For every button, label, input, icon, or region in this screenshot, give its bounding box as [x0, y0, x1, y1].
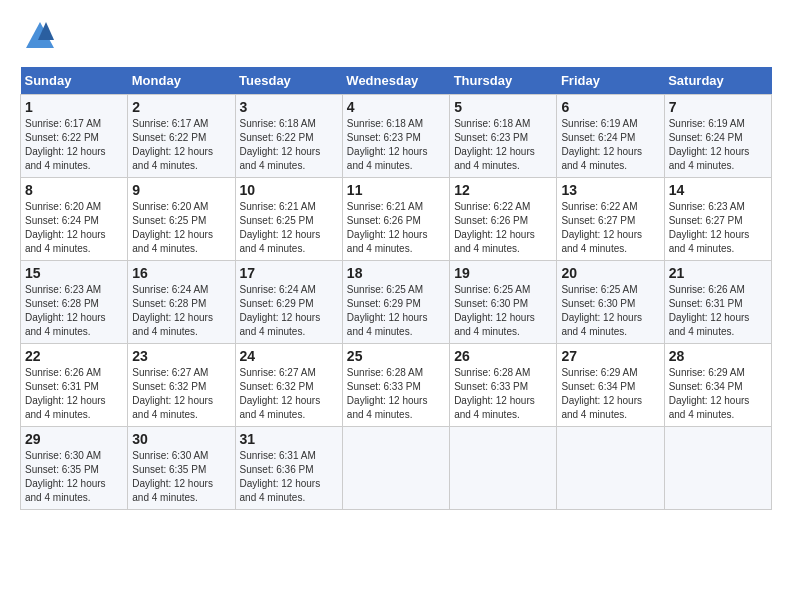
calendar-cell	[450, 427, 557, 510]
day-number: 24	[240, 348, 338, 364]
day-info: Sunrise: 6:17 AM Sunset: 6:22 PM Dayligh…	[25, 117, 123, 173]
day-number: 12	[454, 182, 552, 198]
day-info: Sunrise: 6:24 AM Sunset: 6:29 PM Dayligh…	[240, 283, 338, 339]
day-number: 22	[25, 348, 123, 364]
calendar-cell: 16 Sunrise: 6:24 AM Sunset: 6:28 PM Dayl…	[128, 261, 235, 344]
day-header-monday: Monday	[128, 67, 235, 95]
day-info: Sunrise: 6:24 AM Sunset: 6:28 PM Dayligh…	[132, 283, 230, 339]
day-info: Sunrise: 6:23 AM Sunset: 6:27 PM Dayligh…	[669, 200, 767, 256]
day-info: Sunrise: 6:18 AM Sunset: 6:22 PM Dayligh…	[240, 117, 338, 173]
day-info: Sunrise: 6:28 AM Sunset: 6:33 PM Dayligh…	[347, 366, 445, 422]
calendar-cell: 27 Sunrise: 6:29 AM Sunset: 6:34 PM Dayl…	[557, 344, 664, 427]
week-row-1: 1 Sunrise: 6:17 AM Sunset: 6:22 PM Dayli…	[21, 95, 772, 178]
day-info: Sunrise: 6:27 AM Sunset: 6:32 PM Dayligh…	[132, 366, 230, 422]
day-info: Sunrise: 6:19 AM Sunset: 6:24 PM Dayligh…	[669, 117, 767, 173]
day-info: Sunrise: 6:22 AM Sunset: 6:27 PM Dayligh…	[561, 200, 659, 256]
calendar-cell: 22 Sunrise: 6:26 AM Sunset: 6:31 PM Dayl…	[21, 344, 128, 427]
day-number: 20	[561, 265, 659, 281]
calendar-cell: 29 Sunrise: 6:30 AM Sunset: 6:35 PM Dayl…	[21, 427, 128, 510]
day-number: 2	[132, 99, 230, 115]
calendar-cell: 1 Sunrise: 6:17 AM Sunset: 6:22 PM Dayli…	[21, 95, 128, 178]
day-number: 30	[132, 431, 230, 447]
day-info: Sunrise: 6:29 AM Sunset: 6:34 PM Dayligh…	[561, 366, 659, 422]
day-number: 13	[561, 182, 659, 198]
calendar-cell: 31 Sunrise: 6:31 AM Sunset: 6:36 PM Dayl…	[235, 427, 342, 510]
calendar-cell	[557, 427, 664, 510]
calendar-cell: 2 Sunrise: 6:17 AM Sunset: 6:22 PM Dayli…	[128, 95, 235, 178]
day-header-saturday: Saturday	[664, 67, 771, 95]
day-info: Sunrise: 6:21 AM Sunset: 6:25 PM Dayligh…	[240, 200, 338, 256]
calendar-cell: 13 Sunrise: 6:22 AM Sunset: 6:27 PM Dayl…	[557, 178, 664, 261]
day-info: Sunrise: 6:21 AM Sunset: 6:26 PM Dayligh…	[347, 200, 445, 256]
calendar-cell: 3 Sunrise: 6:18 AM Sunset: 6:22 PM Dayli…	[235, 95, 342, 178]
calendar-cell: 18 Sunrise: 6:25 AM Sunset: 6:29 PM Dayl…	[342, 261, 449, 344]
day-number: 10	[240, 182, 338, 198]
day-header-tuesday: Tuesday	[235, 67, 342, 95]
day-number: 6	[561, 99, 659, 115]
day-info: Sunrise: 6:19 AM Sunset: 6:24 PM Dayligh…	[561, 117, 659, 173]
logo	[20, 20, 56, 57]
header	[20, 20, 772, 57]
day-info: Sunrise: 6:18 AM Sunset: 6:23 PM Dayligh…	[347, 117, 445, 173]
day-number: 16	[132, 265, 230, 281]
calendar-cell: 8 Sunrise: 6:20 AM Sunset: 6:24 PM Dayli…	[21, 178, 128, 261]
day-header-sunday: Sunday	[21, 67, 128, 95]
day-info: Sunrise: 6:26 AM Sunset: 6:31 PM Dayligh…	[669, 283, 767, 339]
day-info: Sunrise: 6:29 AM Sunset: 6:34 PM Dayligh…	[669, 366, 767, 422]
day-number: 7	[669, 99, 767, 115]
day-info: Sunrise: 6:28 AM Sunset: 6:33 PM Dayligh…	[454, 366, 552, 422]
calendar-cell: 7 Sunrise: 6:19 AM Sunset: 6:24 PM Dayli…	[664, 95, 771, 178]
calendar-cell: 14 Sunrise: 6:23 AM Sunset: 6:27 PM Dayl…	[664, 178, 771, 261]
day-info: Sunrise: 6:23 AM Sunset: 6:28 PM Dayligh…	[25, 283, 123, 339]
day-number: 25	[347, 348, 445, 364]
calendar-cell: 24 Sunrise: 6:27 AM Sunset: 6:32 PM Dayl…	[235, 344, 342, 427]
day-info: Sunrise: 6:20 AM Sunset: 6:25 PM Dayligh…	[132, 200, 230, 256]
week-row-2: 8 Sunrise: 6:20 AM Sunset: 6:24 PM Dayli…	[21, 178, 772, 261]
day-info: Sunrise: 6:31 AM Sunset: 6:36 PM Dayligh…	[240, 449, 338, 505]
day-number: 3	[240, 99, 338, 115]
calendar-table: SundayMondayTuesdayWednesdayThursdayFrid…	[20, 67, 772, 510]
day-number: 28	[669, 348, 767, 364]
day-number: 11	[347, 182, 445, 198]
week-row-3: 15 Sunrise: 6:23 AM Sunset: 6:28 PM Dayl…	[21, 261, 772, 344]
day-header-thursday: Thursday	[450, 67, 557, 95]
day-number: 14	[669, 182, 767, 198]
day-header-wednesday: Wednesday	[342, 67, 449, 95]
calendar-cell: 15 Sunrise: 6:23 AM Sunset: 6:28 PM Dayl…	[21, 261, 128, 344]
calendar-cell: 25 Sunrise: 6:28 AM Sunset: 6:33 PM Dayl…	[342, 344, 449, 427]
day-info: Sunrise: 6:30 AM Sunset: 6:35 PM Dayligh…	[132, 449, 230, 505]
day-number: 29	[25, 431, 123, 447]
calendar-cell	[342, 427, 449, 510]
day-number: 23	[132, 348, 230, 364]
calendar-cell: 30 Sunrise: 6:30 AM Sunset: 6:35 PM Dayl…	[128, 427, 235, 510]
day-number: 4	[347, 99, 445, 115]
day-number: 9	[132, 182, 230, 198]
calendar-cell: 6 Sunrise: 6:19 AM Sunset: 6:24 PM Dayli…	[557, 95, 664, 178]
day-number: 31	[240, 431, 338, 447]
calendar-cell: 12 Sunrise: 6:22 AM Sunset: 6:26 PM Dayl…	[450, 178, 557, 261]
week-row-4: 22 Sunrise: 6:26 AM Sunset: 6:31 PM Dayl…	[21, 344, 772, 427]
logo-icon	[24, 20, 56, 52]
calendar-cell: 17 Sunrise: 6:24 AM Sunset: 6:29 PM Dayl…	[235, 261, 342, 344]
calendar-cell: 19 Sunrise: 6:25 AM Sunset: 6:30 PM Dayl…	[450, 261, 557, 344]
calendar-cell: 5 Sunrise: 6:18 AM Sunset: 6:23 PM Dayli…	[450, 95, 557, 178]
day-number: 1	[25, 99, 123, 115]
day-header-friday: Friday	[557, 67, 664, 95]
day-number: 8	[25, 182, 123, 198]
day-info: Sunrise: 6:30 AM Sunset: 6:35 PM Dayligh…	[25, 449, 123, 505]
day-info: Sunrise: 6:25 AM Sunset: 6:29 PM Dayligh…	[347, 283, 445, 339]
day-info: Sunrise: 6:27 AM Sunset: 6:32 PM Dayligh…	[240, 366, 338, 422]
day-number: 21	[669, 265, 767, 281]
calendar-cell: 9 Sunrise: 6:20 AM Sunset: 6:25 PM Dayli…	[128, 178, 235, 261]
day-info: Sunrise: 6:20 AM Sunset: 6:24 PM Dayligh…	[25, 200, 123, 256]
day-info: Sunrise: 6:22 AM Sunset: 6:26 PM Dayligh…	[454, 200, 552, 256]
calendar-cell: 10 Sunrise: 6:21 AM Sunset: 6:25 PM Dayl…	[235, 178, 342, 261]
day-number: 15	[25, 265, 123, 281]
calendar-cell: 26 Sunrise: 6:28 AM Sunset: 6:33 PM Dayl…	[450, 344, 557, 427]
day-info: Sunrise: 6:18 AM Sunset: 6:23 PM Dayligh…	[454, 117, 552, 173]
day-number: 26	[454, 348, 552, 364]
day-info: Sunrise: 6:17 AM Sunset: 6:22 PM Dayligh…	[132, 117, 230, 173]
day-info: Sunrise: 6:25 AM Sunset: 6:30 PM Dayligh…	[561, 283, 659, 339]
day-headers-row: SundayMondayTuesdayWednesdayThursdayFrid…	[21, 67, 772, 95]
day-number: 5	[454, 99, 552, 115]
